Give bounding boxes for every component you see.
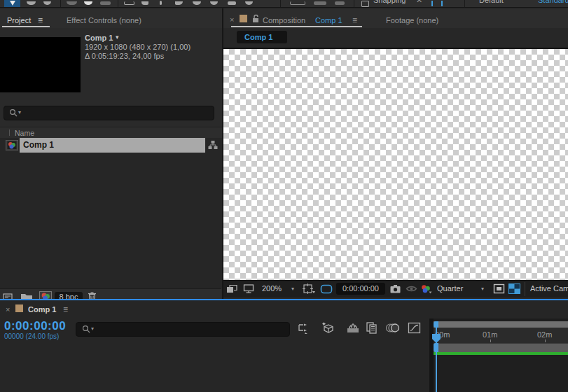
close-panel-icon[interactable]: × xyxy=(230,15,234,24)
resolution-dropdown-icon[interactable]: ▾ xyxy=(481,286,484,292)
type-tool-icon[interactable] xyxy=(160,1,162,5)
composition-timecode-field[interactable]: 0:00:00:00 xyxy=(336,283,385,295)
tab-footage[interactable]: Footage (none) xyxy=(386,16,438,24)
snapshot-camera-icon[interactable] xyxy=(389,284,401,294)
search-options-icon[interactable]: ▾ xyxy=(91,326,94,332)
toolbar-separator xyxy=(118,0,118,7)
selection-tool-icon[interactable] xyxy=(4,0,20,7)
project-info-name[interactable]: Comp 1 xyxy=(85,34,113,42)
workspace-default-label[interactable]: Default xyxy=(479,0,504,4)
viewer-tab-comp1[interactable]: Comp 1 xyxy=(237,31,287,43)
ruler-label-1: 01m xyxy=(483,330,497,339)
project-list-empty-area[interactable] xyxy=(0,153,222,288)
composition-item-icon xyxy=(6,140,18,150)
active-camera-selector[interactable]: Active Cam xyxy=(530,284,568,293)
tab-composition-label[interactable]: Composition xyxy=(263,16,305,24)
project-search-input[interactable]: ▾ xyxy=(4,106,214,120)
tab-composition-name[interactable]: Comp 1 xyxy=(315,16,342,24)
project-info-flyout-icon[interactable]: ▾ xyxy=(116,34,119,41)
toolbar-separator xyxy=(280,0,281,7)
active-tab-underline xyxy=(2,26,50,27)
channel-colors-icon[interactable] xyxy=(420,284,432,295)
region-of-interest-icon[interactable] xyxy=(493,284,505,294)
column-divider xyxy=(9,130,10,136)
close-timeline-icon[interactable]: × xyxy=(6,305,10,314)
viewer-tab-strip: Comp 1 xyxy=(223,28,568,48)
unlock-icon[interactable] xyxy=(251,14,260,23)
panel-group-color-swatch xyxy=(240,15,247,22)
tab-effect-controls[interactable]: Effect Controls (none) xyxy=(67,16,141,24)
transparency-grid-icon[interactable] xyxy=(508,284,520,294)
workspace-standard-label[interactable]: Standard xyxy=(538,0,568,4)
project-panel-menu-icon[interactable]: ≡ xyxy=(38,15,43,25)
search-options-icon[interactable]: ▾ xyxy=(18,109,21,115)
viewer-tab-label: Comp 1 xyxy=(244,33,272,41)
current-timecode[interactable]: 0:00:00:00 xyxy=(4,319,66,333)
zoom-tool-icon[interactable] xyxy=(43,1,51,5)
tab-project[interactable]: Project xyxy=(7,16,31,24)
search-icon xyxy=(82,325,91,334)
magnification-value[interactable]: 200% xyxy=(262,284,282,293)
ruler-tick xyxy=(490,340,491,342)
track-area-empty[interactable] xyxy=(434,355,568,392)
grid-guides-options-icon[interactable] xyxy=(303,284,315,295)
project-list-header: Name xyxy=(0,127,222,139)
panel-group-color-swatch xyxy=(15,304,23,312)
snapping-label[interactable]: Snapping xyxy=(373,0,406,4)
resolution-value[interactable]: Quarter xyxy=(437,284,463,293)
timeline-panel-menu-icon[interactable]: ≡ xyxy=(63,304,68,314)
eraser-tool-icon[interactable] xyxy=(210,1,218,5)
rectangle-tool-icon[interactable] xyxy=(124,1,134,5)
navigator-start-handle[interactable] xyxy=(434,321,438,328)
always-preview-icon[interactable] xyxy=(226,284,237,294)
timeline-search-input[interactable]: ▾ xyxy=(76,322,290,337)
puppet-pin-tool-icon[interactable] xyxy=(245,1,253,5)
toolbar-separator xyxy=(354,0,354,7)
draft-3d-icon[interactable] xyxy=(321,321,335,335)
show-snapshot-eye-icon[interactable] xyxy=(406,284,417,293)
composition-footer-bar: 200% ▾ 0:00:00:00 Quarter ▾ Active Cam xyxy=(223,280,568,298)
name-column-header[interactable]: Name xyxy=(15,129,34,137)
project-info-duration: Δ 0:05:19:23, 24,00 fps xyxy=(85,52,164,60)
footer-separator xyxy=(525,282,525,296)
roto-brush-tool-icon[interactable] xyxy=(228,1,236,5)
anchor-grid-icon[interactable] xyxy=(290,1,305,5)
timeline-navigator-bar[interactable] xyxy=(434,321,568,328)
clone-stamp-tool-icon[interactable] xyxy=(193,1,201,5)
mask-feather-icon[interactable] xyxy=(314,1,326,5)
selection-arrow-shape xyxy=(10,1,15,6)
composition-panel-menu-icon[interactable]: ≡ xyxy=(352,15,357,25)
timeline-tab-name[interactable]: Comp 1 xyxy=(28,305,56,314)
flowchart-usage-icon[interactable] xyxy=(208,140,218,150)
time-ruler[interactable]: 00m 01m 02m xyxy=(434,328,568,343)
layer-list-empty-area[interactable] xyxy=(0,355,429,392)
project-row-comp1[interactable]: Comp 1 xyxy=(0,138,222,153)
composition-viewport-transparent[interactable] xyxy=(223,48,568,281)
ruler-tick xyxy=(545,340,546,342)
snap-brackets-icon[interactable] xyxy=(431,1,443,6)
magnification-dropdown-icon[interactable]: ▾ xyxy=(291,286,294,292)
dolly-camera-tool-icon[interactable] xyxy=(100,1,111,5)
graph-editor-icon[interactable] xyxy=(408,322,421,334)
mask-expansion-icon[interactable] xyxy=(335,1,345,5)
snapping-off-icon[interactable]: ✕ xyxy=(416,0,422,5)
after-effects-window: Snapping ✕ Default Standard Project ≡ Ef… xyxy=(0,0,568,392)
pan-camera-tool-icon[interactable] xyxy=(84,1,92,5)
search-icon xyxy=(9,108,18,118)
monitor-icon[interactable] xyxy=(243,284,254,294)
mask-visibility-icon[interactable] xyxy=(320,284,333,294)
project-tab-bar: Project ≡ Effect Controls (none) xyxy=(0,8,222,28)
snapping-checkbox[interactable] xyxy=(361,1,369,7)
shy-layers-icon[interactable] xyxy=(346,322,360,335)
composition-mini-flowchart-icon[interactable] xyxy=(298,323,310,335)
tools-toolbar: Snapping ✕ Default Standard xyxy=(0,0,568,8)
toolbar-separator xyxy=(464,0,465,7)
row-comp-name[interactable]: Comp 1 xyxy=(23,140,54,150)
project-item-thumbnail xyxy=(0,37,81,92)
hand-tool-icon[interactable] xyxy=(27,1,36,5)
orbit-camera-tool-icon[interactable] xyxy=(67,1,77,5)
pen-tool-icon[interactable] xyxy=(141,1,148,5)
motion-blur-icon[interactable] xyxy=(386,322,400,334)
brush-tool-icon[interactable] xyxy=(175,1,183,5)
frame-blending-icon[interactable] xyxy=(366,321,379,335)
